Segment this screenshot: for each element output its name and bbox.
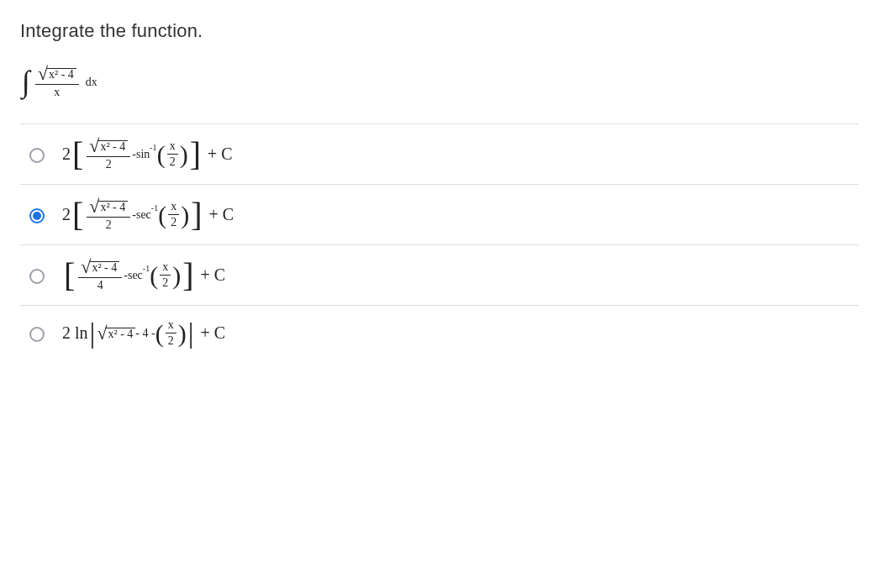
options-list: 2 [ √x² - 4 2 - sin-1 ( x 2 ) ] + C 2 (20, 123, 859, 360)
question-prompt: Integrate the function. (20, 20, 859, 42)
option-d[interactable]: 2 ln | √x² - 4 - 4 - ( x 2 ) | + C (20, 306, 859, 360)
option-c-radio[interactable] (29, 269, 45, 284)
option-d-expression: 2 ln | √x² - 4 - 4 - ( x 2 ) | + C (62, 319, 225, 347)
option-d-radio[interactable] (29, 327, 45, 342)
option-a-expression: 2 [ √x² - 4 2 - sin-1 ( x 2 ) ] + C (62, 138, 233, 171)
integral-symbol: ∫ (22, 70, 30, 94)
option-c-expression: [ √x² - 4 4 - sec-1 ( x 2 ) ] + C (62, 259, 225, 291)
option-c[interactable]: [ √x² - 4 4 - sec-1 ( x 2 ) ] + C (20, 245, 859, 306)
option-a[interactable]: 2 [ √x² - 4 2 - sin-1 ( x 2 ) ] + C (20, 124, 859, 185)
option-b-radio[interactable] (29, 208, 45, 223)
option-b[interactable]: 2 [ √x² - 4 2 - sec-1 ( x 2 ) ] + C (20, 185, 859, 245)
option-b-expression: 2 [ √x² - 4 2 - sec-1 ( x 2 ) ] + C (62, 198, 234, 231)
integral-expression: ∫ √ x² - 4 x dx (20, 66, 859, 98)
option-a-radio[interactable] (29, 148, 45, 163)
